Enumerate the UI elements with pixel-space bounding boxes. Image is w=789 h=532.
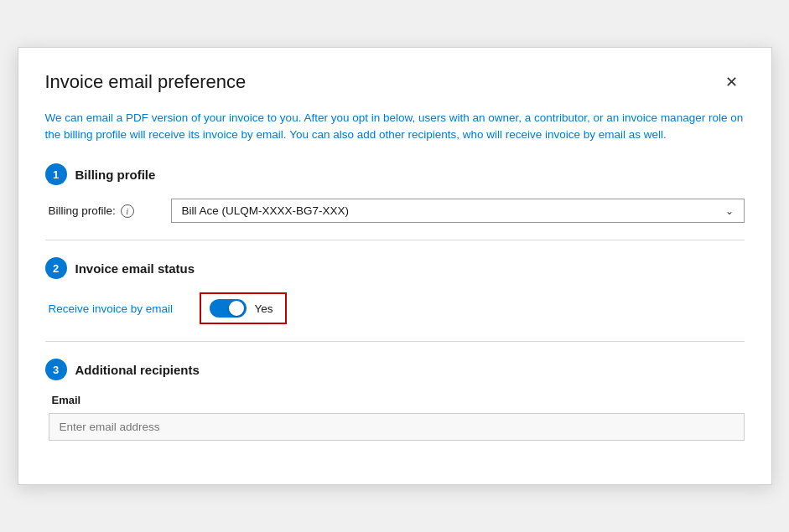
section-invoice-email-status: 2 Invoice email status Receive invoice b… [45,257,745,324]
billing-profile-field-row: Billing profile: i Bill Ace (ULQM-XXXX-B… [49,199,745,223]
billing-profile-selected-value: Bill Ace (ULQM-XXXX-BG7-XXX) [182,204,350,217]
info-text: We can email a PDF version of your invoi… [45,110,745,144]
close-button[interactable]: ✕ [719,71,745,93]
divider-1 [45,240,745,240]
section-billing-profile: 1 Billing profile Billing profile: i Bil… [45,163,745,223]
section3-number: 3 [45,359,67,380]
dialog: Invoice email preference ✕ We can email … [18,47,772,486]
dialog-title: Invoice email preference [45,71,247,93]
section1-number: 1 [45,163,67,185]
toggle-row: Receive invoice by email Yes [49,292,745,324]
section1-content: Billing profile: i Bill Ace (ULQM-XXXX-B… [45,199,745,223]
billing-profile-info-icon: i [121,204,134,218]
dialog-header: Invoice email preference ✕ [45,71,745,93]
toggle-container: Yes [200,292,287,324]
section1-title: Billing profile [75,168,156,182]
toggle-label: Receive invoice by email [49,302,200,315]
email-column-label: Email [49,394,745,406]
toggle-value-label: Yes [255,302,273,315]
dialog-overlay: Invoice email preference ✕ We can email … [0,0,789,532]
section2-content: Receive invoice by email Yes [45,292,745,324]
section2-header: 2 Invoice email status [45,257,745,279]
section3-header: 3 Additional recipients [45,359,745,380]
receive-invoice-toggle[interactable] [210,299,247,318]
section3-title: Additional recipients [75,363,200,377]
email-input[interactable] [49,413,745,441]
section3-content: Email [45,394,745,441]
section-additional-recipients: 3 Additional recipients Email [45,359,745,441]
toggle-thumb [229,301,244,316]
chevron-down-icon: ⌄ [725,205,734,217]
billing-profile-label: Billing profile: i [49,204,158,218]
section1-header: 1 Billing profile [45,163,745,185]
divider-2 [45,341,745,342]
section2-title: Invoice email status [75,261,195,276]
section2-number: 2 [45,257,67,279]
billing-profile-dropdown[interactable]: Bill Ace (ULQM-XXXX-BG7-XXX) ⌄ [171,199,745,223]
